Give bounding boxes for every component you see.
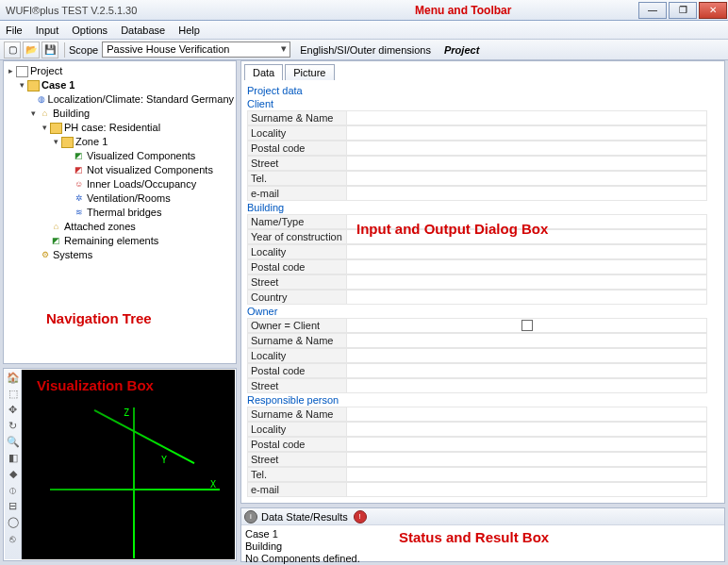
field-label: Locality	[247, 125, 346, 141]
tel-field[interactable]	[346, 171, 707, 186]
tree-node[interactable]: Project	[30, 64, 62, 78]
viz-tool-icon[interactable]: ⦶	[5, 482, 21, 498]
postal-field[interactable]	[346, 437, 707, 452]
tab-data[interactable]: Data	[244, 64, 283, 80]
street-field[interactable]	[346, 452, 707, 467]
street-field[interactable]	[346, 378, 707, 393]
locality-field[interactable]	[346, 348, 707, 363]
project-label[interactable]: Project	[444, 44, 479, 56]
tree-expand-icon[interactable]: ▸	[6, 64, 16, 78]
menu-file[interactable]: File	[6, 25, 23, 36]
tree-expand-icon[interactable]: ▾	[40, 121, 50, 135]
field-label: Name/Type	[247, 214, 346, 229]
tel-field[interactable]	[346, 467, 707, 482]
field-label: e-mail	[247, 186, 346, 201]
viz-tool-icon[interactable]: ✥	[5, 402, 21, 418]
viz-tool-icon[interactable]: 🏠	[5, 370, 21, 386]
group-title: Responsible person	[247, 393, 724, 407]
close-button[interactable]: ✕	[699, 2, 727, 19]
viz-tool-icon[interactable]: ◯	[5, 514, 21, 530]
year-field[interactable]	[346, 229, 707, 244]
field-label: Year of construction	[247, 229, 346, 244]
units-toggle[interactable]: English/SI/Outer dimensions	[296, 44, 435, 56]
tree-node[interactable]: Systems	[53, 248, 92, 262]
app-title: WUFI®plus TEST V.2.5.1.30	[6, 5, 137, 16]
house-icon: ⌂	[50, 222, 62, 233]
tree-node[interactable]: Building	[53, 107, 90, 121]
viz-tool-icon[interactable]: ⎋	[5, 530, 21, 546]
form-scroll[interactable]: Project data Client Surname & Name Local…	[241, 84, 724, 503]
field-label: Surname & Name	[247, 407, 346, 422]
menu-bar: File Input Options Database Help	[0, 21, 728, 40]
tree-node[interactable]: Attached zones	[64, 220, 136, 234]
tree-expand-icon[interactable]: ▾	[51, 135, 61, 149]
surname-field[interactable]	[346, 407, 707, 422]
owner-client-checkbox[interactable]	[521, 320, 533, 331]
field-label: Postal code	[247, 259, 346, 274]
open-icon[interactable]: 📂	[23, 42, 40, 58]
tree-node[interactable]: Zone 1	[75, 135, 108, 149]
field-label: Street	[247, 156, 346, 171]
axis-x	[50, 489, 220, 490]
viz-tool-icon[interactable]: ◆	[5, 466, 21, 482]
tree-node[interactable]: Ventilation/Rooms	[87, 191, 171, 206]
status-line: Building	[245, 540, 720, 553]
minimize-button[interactable]: —	[638, 2, 667, 19]
menu-input[interactable]: Input	[36, 25, 58, 36]
locality-field[interactable]	[346, 125, 707, 141]
viz-tool-icon[interactable]: ⬚	[5, 386, 21, 402]
save-icon[interactable]: 💾	[41, 42, 58, 58]
tree-node[interactable]: Not visualized Components	[87, 163, 213, 177]
tree-node[interactable]: Remaining elements	[64, 234, 158, 248]
field-label: Locality	[247, 422, 346, 437]
status-line: No Components defined.	[245, 553, 720, 565]
nametype-field[interactable]	[346, 214, 707, 229]
tree-node[interactable]: Thermal bridges	[87, 206, 161, 220]
scope-dropdown[interactable]: Passive House Verification	[102, 42, 290, 58]
tree-node[interactable]: Visualized Components	[87, 149, 195, 163]
postal-field[interactable]	[346, 363, 707, 378]
field-label: Locality	[247, 348, 346, 363]
menu-database[interactable]: Database	[121, 25, 165, 36]
tree-node[interactable]: Case 1	[41, 78, 74, 92]
viz-tool-icon[interactable]: ↻	[5, 418, 21, 434]
street-field[interactable]	[346, 274, 707, 290]
title-bar: WUFI®plus TEST V.2.5.1.30 — ❐ ✕	[0, 0, 728, 21]
menu-help[interactable]: Help	[178, 25, 200, 36]
viz-tool-icon[interactable]: ⊟	[5, 498, 21, 514]
house-icon: ⌂	[39, 108, 51, 120]
field-label: Tel.	[247, 467, 346, 482]
viz-canvas[interactable]: X Y Z	[22, 370, 235, 559]
tree-node[interactable]: Localization/Climate: Standard Germany	[48, 92, 234, 107]
tree-node[interactable]: Inner Loads/Occupancy	[87, 177, 196, 191]
new-icon[interactable]: ▢	[4, 42, 21, 58]
tree-expand-icon[interactable]: ▾	[17, 78, 27, 92]
email-field[interactable]	[346, 482, 707, 497]
field-label: Postal code	[247, 363, 346, 378]
field-label: e-mail	[247, 482, 346, 497]
dialog-panel: Data Picture Project data Client Surname…	[240, 60, 725, 504]
tree-node[interactable]: PH case: Residential	[64, 121, 160, 135]
maximize-button[interactable]: ❐	[669, 2, 697, 19]
postal-field[interactable]	[346, 259, 707, 274]
field-label: Owner = Client	[247, 318, 346, 333]
tree-expand-icon[interactable]: ▾	[28, 107, 39, 121]
fan-icon: ✲	[73, 193, 85, 205]
surname-field[interactable]	[346, 333, 707, 348]
field-label: Country	[247, 290, 346, 305]
field-label: Surname & Name	[247, 333, 346, 348]
surname-field[interactable]	[346, 110, 707, 125]
viz-tool-icon[interactable]: ◧	[5, 450, 21, 466]
locality-field[interactable]	[346, 244, 707, 259]
menu-options[interactable]: Options	[72, 25, 108, 36]
locality-field[interactable]	[346, 422, 707, 437]
status-error-icon: !	[354, 510, 367, 523]
country-field[interactable]	[346, 290, 707, 305]
tab-picture[interactable]: Picture	[285, 64, 334, 80]
axis-label-x: X	[210, 479, 216, 490]
email-field[interactable]	[346, 186, 707, 201]
cube-icon: ◩	[73, 165, 85, 176]
viz-tool-icon[interactable]: 🔍	[5, 434, 21, 450]
street-field[interactable]	[346, 156, 707, 171]
postal-field[interactable]	[346, 141, 707, 156]
